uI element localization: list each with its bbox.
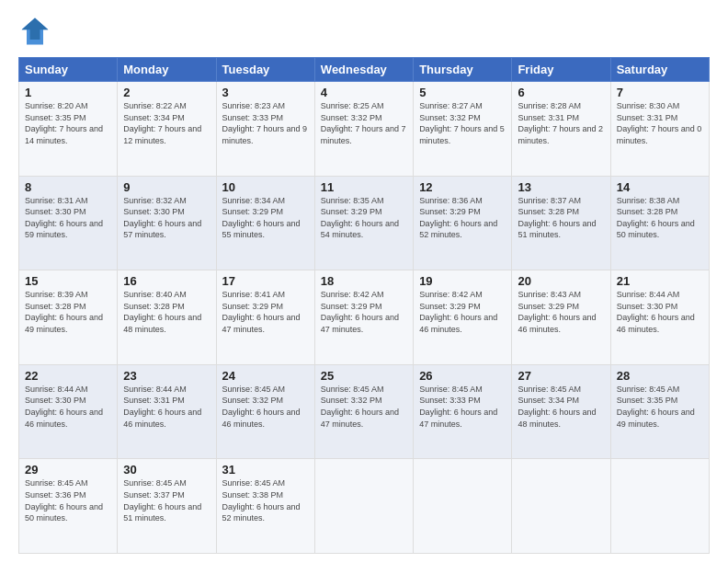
week-row-2: 15 Sunrise: 8:39 AMSunset: 3:28 PMDaylig…	[19, 270, 710, 365]
day-number: 26	[419, 369, 506, 383]
day-number: 11	[321, 180, 407, 194]
calendar-cell: 20 Sunrise: 8:43 AMSunset: 3:29 PMDaylig…	[512, 270, 610, 365]
day-info: Sunrise: 8:36 AMSunset: 3:29 PMDaylight:…	[419, 196, 497, 240]
calendar-cell: 21 Sunrise: 8:44 AMSunset: 3:30 PMDaylig…	[610, 270, 709, 365]
day-number: 29	[25, 463, 111, 477]
calendar-cell: 10 Sunrise: 8:34 AMSunset: 3:29 PMDaylig…	[216, 176, 314, 270]
day-number: 18	[321, 274, 407, 288]
day-info: Sunrise: 8:39 AMSunset: 3:28 PMDaylight:…	[25, 290, 103, 334]
calendar-cell: 5 Sunrise: 8:27 AMSunset: 3:32 PMDayligh…	[414, 82, 512, 177]
day-number: 9	[123, 180, 210, 194]
calendar-cell: 13 Sunrise: 8:37 AMSunset: 3:28 PMDaylig…	[512, 176, 610, 270]
day-info: Sunrise: 8:45 AMSunset: 3:32 PMDaylight:…	[222, 385, 301, 429]
header-day-monday: Monday	[118, 58, 216, 82]
day-info: Sunrise: 8:42 AMSunset: 3:29 PMDaylight:…	[419, 290, 497, 334]
day-number: 7	[617, 86, 703, 99]
day-number: 23	[123, 369, 210, 383]
header-day-thursday: Thursday	[414, 58, 512, 82]
day-info: Sunrise: 8:42 AMSunset: 3:29 PMDaylight:…	[321, 290, 399, 334]
day-number: 1	[25, 86, 111, 99]
calendar-cell: 16 Sunrise: 8:40 AMSunset: 3:28 PMDaylig…	[118, 270, 216, 365]
calendar: SundayMondayTuesdayWednesdayThursdayFrid…	[18, 57, 710, 554]
day-info: Sunrise: 8:45 AMSunset: 3:38 PMDaylight:…	[222, 478, 301, 523]
day-info: Sunrise: 8:38 AMSunset: 3:28 PMDaylight:…	[617, 196, 695, 240]
week-row-3: 22 Sunrise: 8:44 AMSunset: 3:30 PMDaylig…	[19, 364, 710, 459]
calendar-cell: 28 Sunrise: 8:45 AMSunset: 3:35 PMDaylig…	[610, 364, 709, 459]
calendar-cell: 29 Sunrise: 8:45 AMSunset: 3:36 PMDaylig…	[19, 459, 118, 554]
day-number: 13	[518, 180, 604, 194]
page: SundayMondayTuesdayWednesdayThursdayFrid…	[0, 0, 728, 563]
svg-marker-1	[22, 18, 49, 40]
day-number: 14	[617, 180, 703, 194]
calendar-cell: 9 Sunrise: 8:32 AMSunset: 3:30 PMDayligh…	[118, 176, 216, 270]
calendar-cell: 27 Sunrise: 8:45 AMSunset: 3:34 PMDaylig…	[512, 364, 610, 459]
day-number: 19	[419, 274, 506, 288]
day-info: Sunrise: 8:37 AMSunset: 3:28 PMDaylight:…	[518, 196, 596, 240]
week-row-4: 29 Sunrise: 8:45 AMSunset: 3:36 PMDaylig…	[19, 459, 710, 554]
day-info: Sunrise: 8:45 AMSunset: 3:37 PMDaylight:…	[123, 478, 201, 523]
day-info: Sunrise: 8:41 AMSunset: 3:29 PMDaylight:…	[222, 290, 301, 334]
day-info: Sunrise: 8:44 AMSunset: 3:30 PMDaylight:…	[617, 290, 695, 334]
day-info: Sunrise: 8:35 AMSunset: 3:29 PMDaylight:…	[321, 196, 399, 240]
day-info: Sunrise: 8:44 AMSunset: 3:31 PMDaylight:…	[123, 385, 201, 429]
header-day-wednesday: Wednesday	[314, 58, 413, 82]
day-number: 12	[419, 180, 506, 194]
header-day-friday: Friday	[512, 58, 610, 82]
header-day-saturday: Saturday	[610, 58, 709, 82]
day-number: 3	[222, 86, 309, 99]
logo	[18, 15, 55, 48]
day-info: Sunrise: 8:28 AMSunset: 3:31 PMDaylight:…	[518, 101, 603, 145]
calendar-cell: 12 Sunrise: 8:36 AMSunset: 3:29 PMDaylig…	[414, 176, 512, 270]
header-day-sunday: Sunday	[19, 58, 118, 82]
day-info: Sunrise: 8:43 AMSunset: 3:29 PMDaylight:…	[518, 290, 596, 334]
calendar-cell: 17 Sunrise: 8:41 AMSunset: 3:29 PMDaylig…	[216, 270, 314, 365]
logo-icon	[18, 15, 51, 48]
day-info: Sunrise: 8:31 AMSunset: 3:30 PMDaylight:…	[25, 196, 103, 240]
calendar-cell: 3 Sunrise: 8:23 AMSunset: 3:33 PMDayligh…	[216, 82, 314, 177]
calendar-cell: 2 Sunrise: 8:22 AMSunset: 3:34 PMDayligh…	[118, 82, 216, 177]
day-number: 6	[518, 86, 604, 99]
day-info: Sunrise: 8:34 AMSunset: 3:29 PMDaylight:…	[222, 196, 301, 240]
header-day-tuesday: Tuesday	[216, 58, 314, 82]
day-info: Sunrise: 8:40 AMSunset: 3:28 PMDaylight:…	[123, 290, 201, 334]
calendar-cell: 11 Sunrise: 8:35 AMSunset: 3:29 PMDaylig…	[314, 176, 413, 270]
day-number: 25	[321, 369, 407, 383]
day-number: 30	[123, 463, 210, 477]
day-number: 27	[518, 369, 604, 383]
calendar-cell: 4 Sunrise: 8:25 AMSunset: 3:32 PMDayligh…	[314, 82, 413, 177]
day-number: 5	[419, 86, 506, 99]
calendar-cell: 15 Sunrise: 8:39 AMSunset: 3:28 PMDaylig…	[19, 270, 118, 365]
day-number: 22	[25, 369, 111, 383]
calendar-cell: 23 Sunrise: 8:44 AMSunset: 3:31 PMDaylig…	[118, 364, 216, 459]
day-number: 10	[222, 180, 309, 194]
day-number: 31	[222, 463, 309, 477]
week-row-0: 1 Sunrise: 8:20 AMSunset: 3:35 PMDayligh…	[19, 82, 710, 177]
calendar-cell: 31 Sunrise: 8:45 AMSunset: 3:38 PMDaylig…	[216, 459, 314, 554]
calendar-cell: 18 Sunrise: 8:42 AMSunset: 3:29 PMDaylig…	[314, 270, 413, 365]
day-info: Sunrise: 8:20 AMSunset: 3:35 PMDaylight:…	[25, 101, 103, 145]
calendar-cell	[414, 459, 512, 554]
day-number: 2	[123, 86, 210, 99]
calendar-cell	[610, 459, 709, 554]
day-info: Sunrise: 8:45 AMSunset: 3:36 PMDaylight:…	[25, 478, 103, 523]
calendar-cell: 1 Sunrise: 8:20 AMSunset: 3:35 PMDayligh…	[19, 82, 118, 177]
day-info: Sunrise: 8:23 AMSunset: 3:33 PMDaylight:…	[222, 101, 308, 145]
day-info: Sunrise: 8:45 AMSunset: 3:33 PMDaylight:…	[419, 385, 497, 429]
header	[18, 15, 710, 48]
day-number: 8	[25, 180, 111, 194]
calendar-cell: 19 Sunrise: 8:42 AMSunset: 3:29 PMDaylig…	[414, 270, 512, 365]
calendar-cell	[512, 459, 610, 554]
day-info: Sunrise: 8:45 AMSunset: 3:34 PMDaylight:…	[518, 385, 596, 429]
calendar-cell: 26 Sunrise: 8:45 AMSunset: 3:33 PMDaylig…	[414, 364, 512, 459]
day-number: 17	[222, 274, 309, 288]
day-number: 15	[25, 274, 111, 288]
day-info: Sunrise: 8:25 AMSunset: 3:32 PMDaylight:…	[321, 101, 406, 145]
day-info: Sunrise: 8:30 AMSunset: 3:31 PMDaylight:…	[617, 101, 702, 145]
calendar-cell: 25 Sunrise: 8:45 AMSunset: 3:32 PMDaylig…	[314, 364, 413, 459]
calendar-cell: 22 Sunrise: 8:44 AMSunset: 3:30 PMDaylig…	[19, 364, 118, 459]
day-number: 24	[222, 369, 309, 383]
day-number: 16	[123, 274, 210, 288]
day-number: 4	[321, 86, 407, 99]
header-row: SundayMondayTuesdayWednesdayThursdayFrid…	[19, 58, 710, 82]
day-info: Sunrise: 8:45 AMSunset: 3:32 PMDaylight:…	[321, 385, 399, 429]
